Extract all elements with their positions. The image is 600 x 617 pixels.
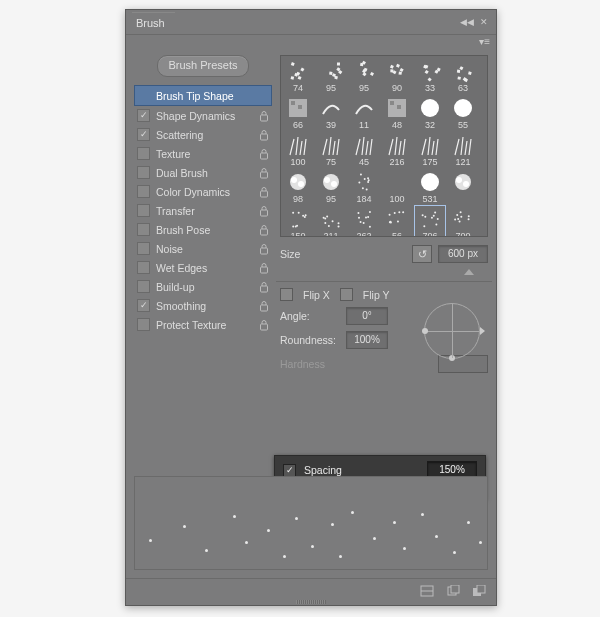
svg-point-93 bbox=[358, 217, 360, 219]
panel-menu-icon[interactable]: ▾≡ bbox=[479, 36, 490, 47]
option-checkbox[interactable] bbox=[137, 166, 150, 179]
size-field[interactable]: 600 px bbox=[438, 245, 488, 263]
lock-icon[interactable] bbox=[259, 281, 269, 293]
brush-preset-216[interactable]: 216 bbox=[381, 131, 413, 167]
option-checkbox[interactable] bbox=[137, 128, 150, 141]
resize-grip[interactable] bbox=[296, 600, 326, 604]
option-checkbox[interactable] bbox=[137, 299, 150, 312]
brush-preset-175[interactable]: 175 bbox=[414, 131, 446, 167]
brush-size-label: 32 bbox=[425, 120, 435, 130]
brush-preset-121[interactable]: 121 bbox=[447, 131, 479, 167]
option-dual-brush[interactable]: Dual Brush bbox=[134, 163, 272, 182]
option-checkbox[interactable] bbox=[137, 280, 150, 293]
lock-icon[interactable] bbox=[259, 319, 269, 331]
brush-preset-706[interactable]: 706 bbox=[414, 205, 446, 237]
svg-rect-32 bbox=[400, 68, 404, 72]
brush-thumb-icon bbox=[451, 59, 475, 83]
angle-field[interactable]: 0° bbox=[346, 307, 388, 325]
brush-preset-95[interactable]: 95 bbox=[315, 168, 347, 204]
brush-panel: Brush ◀◀ ✕ ▾≡ Brush Presets Brush Tip Sh… bbox=[125, 9, 497, 606]
preview-speck bbox=[331, 523, 334, 526]
lock-icon[interactable] bbox=[259, 167, 269, 179]
option-checkbox[interactable] bbox=[137, 242, 150, 255]
option-texture[interactable]: Texture bbox=[134, 144, 272, 163]
brush-preset-75[interactable]: 75 bbox=[315, 131, 347, 167]
brush-preset-23[interactable] bbox=[447, 168, 479, 204]
brush-preset-531[interactable]: 531 bbox=[414, 168, 446, 204]
option-transfer[interactable]: Transfer bbox=[134, 201, 272, 220]
brush-presets-button[interactable]: Brush Presets bbox=[157, 55, 249, 77]
lock-icon[interactable] bbox=[259, 148, 269, 160]
collapse-icon[interactable]: ◀◀ bbox=[460, 17, 474, 27]
brush-preset-33[interactable]: 33 bbox=[414, 57, 446, 93]
lock-icon[interactable] bbox=[259, 110, 269, 122]
option-protect-texture[interactable]: Protect Texture bbox=[134, 315, 272, 334]
svg-point-69 bbox=[364, 178, 366, 180]
brush-preset-74[interactable]: 74 bbox=[282, 57, 314, 93]
toggle-preview-icon[interactable] bbox=[420, 585, 434, 599]
lock-icon[interactable] bbox=[259, 262, 269, 274]
brush-preset-98[interactable]: 98 bbox=[282, 168, 314, 204]
size-slider[interactable] bbox=[282, 269, 486, 277]
brush-grid[interactable]: 7495959033636639114832551007545216175121… bbox=[280, 55, 488, 237]
brush-preset-95[interactable]: 95 bbox=[348, 57, 380, 93]
overlay-icon[interactable] bbox=[472, 585, 486, 599]
flip-x-checkbox[interactable] bbox=[280, 288, 293, 301]
option-checkbox[interactable] bbox=[137, 204, 150, 217]
brush-preset-55[interactable]: 55 bbox=[447, 94, 479, 130]
spacing-checkbox[interactable] bbox=[283, 464, 296, 477]
option-label: Color Dynamics bbox=[156, 186, 230, 198]
brush-preset-39[interactable]: 39 bbox=[315, 94, 347, 130]
brush-preset-262[interactable]: 262 bbox=[348, 205, 380, 237]
brush-preset-11[interactable]: 11 bbox=[348, 94, 380, 130]
brush-preset-211[interactable]: 211 bbox=[315, 205, 347, 237]
lock-icon[interactable] bbox=[259, 205, 269, 217]
panel-tab-brush[interactable]: Brush bbox=[132, 12, 175, 33]
option-shape-dynamics[interactable]: Shape Dynamics bbox=[134, 106, 272, 125]
brush-preset-95[interactable]: 95 bbox=[315, 57, 347, 93]
brush-preset-32[interactable]: 32 bbox=[414, 94, 446, 130]
close-icon[interactable]: ✕ bbox=[480, 17, 488, 27]
option-checkbox[interactable] bbox=[137, 223, 150, 236]
brush-preset-90[interactable]: 90 bbox=[381, 57, 413, 93]
option-smoothing[interactable]: Smoothing bbox=[134, 296, 272, 315]
brush-preset-66[interactable]: 66 bbox=[282, 94, 314, 130]
brush-preset-45[interactable]: 45 bbox=[348, 131, 380, 167]
brush-preset-63[interactable]: 63 bbox=[447, 57, 479, 93]
lock-icon[interactable] bbox=[259, 224, 269, 236]
reset-size-button[interactable]: ↺ bbox=[412, 245, 432, 263]
brush-preset-48[interactable]: 48 bbox=[381, 94, 413, 130]
brush-preset-100[interactable]: 100 bbox=[282, 131, 314, 167]
option-build-up[interactable]: Build-up bbox=[134, 277, 272, 296]
option-brush-pose[interactable]: Brush Pose bbox=[134, 220, 272, 239]
brush-preset-184[interactable]: 184 bbox=[348, 168, 380, 204]
roundness-field[interactable]: 100% bbox=[346, 331, 388, 349]
brush-preset-56[interactable]: 56 bbox=[381, 205, 413, 237]
option-wet-edges[interactable]: Wet Edges bbox=[134, 258, 272, 277]
option-color-dynamics[interactable]: Color Dynamics bbox=[134, 182, 272, 201]
flip-y-checkbox[interactable] bbox=[340, 288, 353, 301]
lock-icon[interactable] bbox=[259, 186, 269, 198]
brush-preset-700[interactable]: 700 bbox=[447, 205, 479, 237]
svg-rect-37 bbox=[428, 77, 432, 81]
option-checkbox[interactable] bbox=[137, 147, 150, 160]
new-preset-icon[interactable] bbox=[446, 585, 460, 599]
brush-thumb-icon bbox=[451, 207, 475, 231]
angle-widget[interactable] bbox=[422, 301, 482, 361]
option-label: Dual Brush bbox=[156, 167, 208, 179]
svg-point-85 bbox=[328, 225, 330, 227]
option-checkbox[interactable] bbox=[137, 318, 150, 331]
svg-point-57 bbox=[291, 177, 297, 183]
svg-point-96 bbox=[360, 221, 362, 223]
option-checkbox[interactable] bbox=[137, 185, 150, 198]
brush-preset-100[interactable]: 100 bbox=[381, 168, 413, 204]
option-checkbox[interactable] bbox=[137, 261, 150, 274]
lock-icon[interactable] bbox=[259, 300, 269, 312]
lock-icon[interactable] bbox=[259, 129, 269, 141]
option-noise[interactable]: Noise bbox=[134, 239, 272, 258]
option-brush-tip-shape[interactable]: Brush Tip Shape bbox=[134, 85, 272, 106]
brush-preset-150[interactable]: 150 bbox=[282, 205, 314, 237]
lock-icon[interactable] bbox=[259, 243, 269, 255]
option-scattering[interactable]: Scattering bbox=[134, 125, 272, 144]
option-checkbox[interactable] bbox=[137, 109, 150, 122]
